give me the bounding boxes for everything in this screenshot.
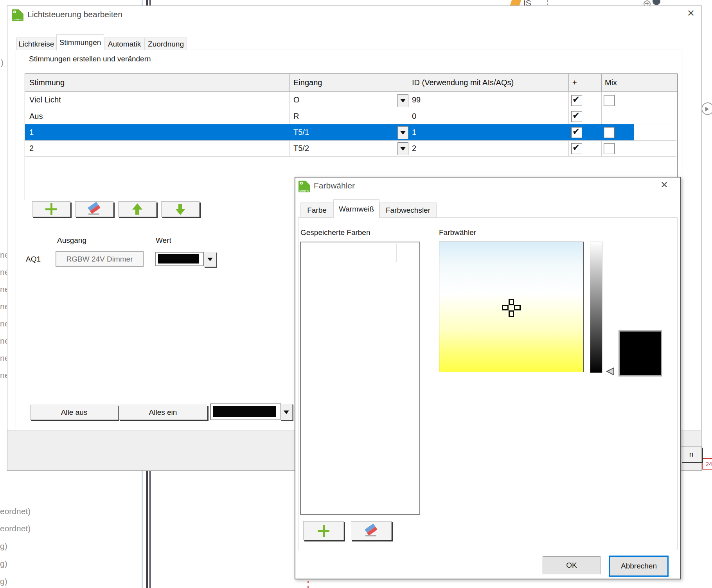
eraser-icon bbox=[88, 203, 101, 215]
cell-eingang-2[interactable]: T5/1 bbox=[293, 124, 309, 140]
selected-row-highlight bbox=[25, 124, 634, 140]
picker-label: Farbwähler bbox=[439, 228, 476, 237]
cell-eingang-1[interactable]: R bbox=[293, 108, 299, 124]
wire-top-dark-2 bbox=[149, 0, 151, 5]
cell-eingang-3[interactable]: T5/2 bbox=[293, 140, 309, 156]
wire-top-light bbox=[142, 0, 143, 5]
cell-eingang-0[interactable]: O bbox=[293, 92, 300, 108]
plus-checkbox-1[interactable]: ✔ bbox=[571, 111, 582, 122]
cell-stimmung-2[interactable]: 1 bbox=[29, 124, 34, 140]
dialog-title: Lichtsteuerung bearbeiten bbox=[27, 10, 122, 19]
global-color-swatch bbox=[213, 406, 276, 417]
wire-top-dark-1 bbox=[146, 0, 148, 5]
cell-id-0[interactable]: 99 bbox=[412, 92, 421, 108]
wire-bottom-light bbox=[142, 469, 143, 588]
hidden-abbrechen-fragment[interactable]: n bbox=[681, 446, 702, 462]
plus-checkbox-0[interactable]: ✔ bbox=[571, 95, 582, 106]
eraser-icon bbox=[365, 525, 378, 537]
close-icon[interactable]: ✕ bbox=[660, 179, 668, 190]
plus-checkbox-2[interactable]: ✔ bbox=[571, 127, 582, 138]
tab-farbe[interactable]: Farbe bbox=[300, 203, 333, 218]
chevron-down-icon bbox=[400, 147, 406, 151]
col-header-id[interactable]: ID (Verwendung mit AIs/AQs) bbox=[412, 74, 514, 91]
col-header-stimmung[interactable]: Stimmung bbox=[29, 74, 65, 91]
bg-text-g: g) bbox=[0, 559, 7, 568]
eingang-dropdown-0[interactable] bbox=[397, 94, 408, 107]
screen: ) ne ne ne ne ne ne ne ne eordnet) eordn… bbox=[0, 0, 712, 588]
table-header-row bbox=[25, 74, 677, 92]
wert-label: Wert bbox=[156, 236, 171, 245]
picker-crosshair-left bbox=[502, 305, 509, 310]
badge-24: 24 bbox=[702, 458, 712, 470]
flag-icon bbox=[510, 0, 521, 5]
cell-stimmung-0[interactable]: Viel Licht bbox=[29, 92, 61, 108]
plus-checkbox-3[interactable]: ✔ bbox=[571, 143, 582, 154]
eingang-dropdown-3[interactable] bbox=[397, 142, 408, 155]
cell-stimmung-1[interactable]: Aus bbox=[29, 108, 43, 124]
tab-farbwechsler[interactable]: Farbwechsler bbox=[379, 203, 437, 218]
wert-color-swatch bbox=[158, 254, 199, 264]
loxone-config-icon: CONFIG bbox=[298, 181, 310, 192]
col-header-eingang[interactable]: Eingang bbox=[293, 74, 322, 91]
mix-checkbox-0[interactable] bbox=[604, 95, 615, 106]
col-header-plus[interactable]: + bbox=[572, 74, 577, 91]
move-down-button[interactable] bbox=[161, 201, 200, 217]
wire-bottom-dark-1 bbox=[146, 469, 148, 588]
plus-icon bbox=[318, 525, 329, 537]
picker-crosshair-bottom bbox=[509, 310, 514, 317]
global-color-dropdown-button[interactable] bbox=[280, 404, 293, 420]
move-up-button[interactable] bbox=[118, 201, 156, 217]
delete-color-button[interactable] bbox=[351, 521, 392, 540]
bg-text-eordnet: eordnet) bbox=[0, 524, 31, 533]
chevron-down-icon bbox=[400, 99, 406, 102]
color-dialog-title: Farbwähler bbox=[314, 181, 355, 190]
tab-warmweiss[interactable]: Warmweiß bbox=[333, 199, 379, 218]
wert-dropdown-button[interactable] bbox=[204, 252, 216, 267]
picker-crosshair-top bbox=[509, 299, 514, 305]
selected-color-preview bbox=[619, 330, 662, 376]
tab-zuordnung[interactable]: Zuordnung bbox=[145, 38, 187, 50]
aq-type-field: RGBW 24V Dimmer bbox=[56, 251, 144, 267]
saved-colors-list[interactable] bbox=[300, 242, 420, 515]
eingang-dropdown-2[interactable] bbox=[397, 126, 408, 139]
picker-crosshair-right bbox=[514, 305, 521, 310]
refresh-circle-icon[interactable] bbox=[701, 102, 712, 115]
tab-stimmungen[interactable]: Stimmungen bbox=[56, 34, 104, 50]
warmwhite-gradient[interactable] bbox=[439, 242, 584, 372]
gear-icon bbox=[13, 11, 16, 13]
alles-ein-button[interactable]: Alles ein bbox=[119, 405, 207, 420]
bg-text-g: g) bbox=[0, 577, 7, 586]
plus-icon bbox=[45, 203, 57, 215]
cell-id-2[interactable]: 1 bbox=[412, 124, 416, 140]
cell-stimmung-3[interactable]: 2 bbox=[29, 140, 34, 156]
chevron-down-icon bbox=[207, 258, 213, 261]
cancel-button[interactable]: Abbrechen bbox=[609, 556, 669, 577]
red-dashed-line bbox=[307, 581, 309, 588]
brightness-slider-arrow[interactable] bbox=[606, 367, 615, 376]
mix-checkbox-3[interactable] bbox=[604, 143, 615, 154]
mix-checkbox-2[interactable] bbox=[604, 127, 615, 138]
chevron-down-icon bbox=[284, 411, 289, 414]
chevron-down-icon bbox=[400, 131, 406, 134]
add-color-button[interactable] bbox=[303, 521, 344, 540]
aq1-label: AQ1 bbox=[26, 255, 41, 264]
close-icon[interactable]: ✕ bbox=[687, 8, 695, 19]
alle-aus-button[interactable]: Alle aus bbox=[30, 405, 118, 420]
tab-automatik[interactable]: Automatik bbox=[104, 38, 145, 50]
col-header-mix[interactable]: Mix bbox=[605, 74, 617, 91]
add-stimmung-button[interactable] bbox=[32, 201, 70, 217]
ausgang-label: Ausgang bbox=[57, 236, 86, 245]
ok-button[interactable]: OK bbox=[543, 556, 601, 574]
delete-stimmung-button[interactable] bbox=[75, 201, 113, 217]
brightness-bar[interactable] bbox=[590, 242, 602, 373]
cell-id-3[interactable]: 2 bbox=[412, 140, 416, 156]
gear-icon bbox=[300, 182, 303, 185]
arrow-down-icon bbox=[175, 203, 185, 215]
tab-lichtkreise[interactable]: Lichtkreise bbox=[16, 38, 56, 50]
bg-text-eordnet: eordnet) bbox=[0, 507, 31, 516]
saved-colors-label: Gespeicherte Farben bbox=[300, 228, 370, 237]
bg-text-paren: ) bbox=[1, 58, 4, 67]
section-title: Stimmungen erstellen und verändern bbox=[29, 55, 151, 63]
cell-id-1[interactable]: 0 bbox=[412, 108, 416, 124]
arrow-up-icon bbox=[132, 203, 142, 215]
